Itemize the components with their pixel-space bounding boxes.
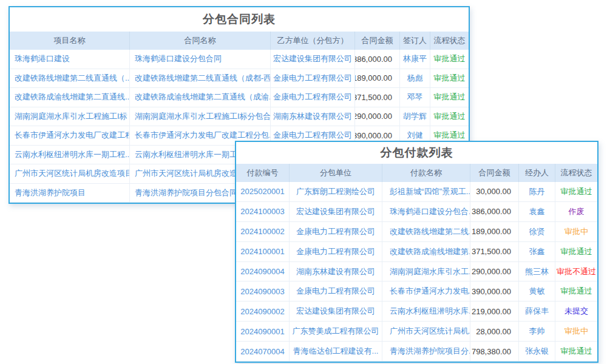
payment-no-cell[interactable]: 2024070004 — [236, 342, 290, 361]
contract-name-cell[interactable]: 改建铁路线增建第二线直通线（成都-西... — [130, 69, 271, 88]
handler-cell[interactable]: 李帅 — [519, 322, 555, 341]
header-subcontract-unit-cell: 分包单位 — [290, 164, 382, 182]
project-name-cell[interactable]: 云南水利枢纽潜明水库一期工程... — [10, 146, 130, 164]
header-payment-name-cell: 付款名称 — [382, 164, 470, 182]
payment-no-cell[interactable]: 2024100003 — [236, 202, 290, 221]
project-name-cell[interactable]: 改建铁路线增建第二线直通线（... — [10, 69, 130, 88]
process-status-cell: 审批通过 — [555, 182, 597, 201]
handler-cell[interactable]: 黄敏 — [519, 281, 555, 301]
contract-name-cell[interactable]: 改建铁路成渝线增建第二直通线（成渝... — [130, 88, 271, 107]
project-name-cell[interactable]: 广州市天河区统计局机房改造项目 — [10, 164, 130, 183]
payment-row[interactable]: 2024090003金康电力工程有限公司长春市伊通河水力发电...390,000… — [236, 281, 597, 302]
process-status-cell: 审批不通过 — [555, 262, 597, 281]
payment-row[interactable]: 2024100002金康电力工程有限公司改建铁路线增建第二线...189,000… — [236, 222, 597, 242]
contract-name-cell[interactable]: 湖南洞庭湖水库引水工程施工I标分包合同 — [130, 107, 271, 126]
header-contract-amount-cell: 合同金额 — [470, 164, 519, 182]
contract-row[interactable]: 珠海鹤港口建设珠海鹤港口建设分包合同宏达建设集团有限公司386,000.00林康… — [10, 50, 469, 69]
contract-amount-cell: 371,500.00 — [470, 242, 519, 261]
payment-row[interactable]: 2024100003宏达建设集团有限公司珠海鹤港口建设分包合...386,000… — [236, 202, 597, 222]
payment-row[interactable]: 2024100001金康电力工程有限公司改建铁路成渝线增建第...371,500… — [236, 242, 597, 262]
subcontract-unit-cell[interactable]: 金康电力工程有限公司 — [290, 222, 382, 241]
payment-row[interactable]: 2024090004湖南东林建设有限公司湖南洞庭湖水库引水工...290,000… — [236, 262, 597, 282]
signer-cell[interactable]: 林康平 — [400, 50, 430, 69]
subcontract-unit-cell[interactable]: 金康电力工程有限公司 — [290, 281, 382, 301]
payment-table-header: 付款编号分包单位付款名称合同金额经办人流程状态 — [236, 164, 597, 182]
payment-name-cell[interactable]: 彭祖新城“四馆”景观工... — [382, 182, 470, 201]
handler-cell[interactable]: 张永银 — [519, 342, 555, 361]
project-name-cell[interactable]: 珠海鹤港口建设 — [10, 50, 130, 69]
process-status-cell: 审批中 — [555, 322, 597, 341]
payment-name-cell[interactable]: 改建铁路成渝线增建第... — [382, 242, 470, 261]
party-b-cell[interactable]: 金康电力工程有限公司 — [271, 88, 355, 107]
header-payment-no-cell: 付款编号 — [236, 164, 290, 182]
payment-name-cell[interactable]: 长春市伊通河水力发电... — [382, 281, 470, 301]
contract-row[interactable]: 改建铁路成渝线增建第二直通线...改建铁路成渝线增建第二直通线（成渝...金康电… — [10, 88, 469, 107]
header-process-status-cell: 流程状态 — [430, 32, 469, 50]
subcontract-unit-cell[interactable]: 青海临达创工程建设有... — [290, 342, 382, 361]
handler-cell[interactable]: 陈丹 — [519, 182, 555, 201]
payment-name-cell[interactable]: 云南水利枢纽潜明水库... — [382, 302, 470, 321]
payment-name-cell[interactable]: 广州市天河区统计局机... — [382, 322, 470, 341]
subcontract-payment-table: 分包付款列表 付款编号分包单位付款名称合同金额经办人流程状态 202502000… — [235, 141, 599, 363]
payment-name-cell[interactable]: 青海洪湖养护院项目分... — [382, 342, 470, 361]
header-contract-amount-cell: 合同金额 — [355, 32, 400, 50]
process-status-cell: 未提交 — [555, 302, 597, 321]
header-process-status-cell: 流程状态 — [555, 164, 597, 182]
party-b-cell[interactable]: 金康电力工程有限公司 — [271, 69, 355, 88]
header-handler-cell: 经办人 — [519, 164, 555, 182]
subcontract-unit-cell[interactable]: 金康电力工程有限公司 — [290, 242, 382, 261]
process-status-cell: 审批通过 — [430, 50, 469, 69]
handler-cell[interactable]: 张鑫 — [519, 242, 555, 261]
payment-no-cell[interactable]: 2024090004 — [236, 262, 290, 281]
subcontract-unit-cell[interactable]: 湖南东林建设有限公司 — [290, 262, 382, 281]
payment-name-cell[interactable]: 珠海鹤港口建设分包合... — [382, 202, 470, 221]
contract-amount-cell: 386,000.00 — [470, 202, 519, 221]
payment-no-cell[interactable]: 2024100002 — [236, 222, 290, 241]
payment-table-title: 分包付款列表 — [236, 142, 597, 164]
handler-cell[interactable]: 熊三林 — [519, 262, 555, 281]
payment-row[interactable]: 2024090002宏达建设集团有限公司云南水利枢纽潜明水库...219,000… — [236, 302, 597, 322]
process-status-cell: 审批通过 — [555, 281, 597, 301]
subcontract-unit-cell[interactable]: 广东赞美成工程有限公司 — [290, 322, 382, 341]
payment-no-cell[interactable]: 2025020001 — [236, 182, 290, 201]
contract-amount-cell: 290,000.00 — [355, 107, 400, 126]
project-name-cell[interactable]: 青海洪湖养护院项目 — [10, 184, 130, 203]
payment-row[interactable]: 2024070004青海临达创工程建设有...青海洪湖养护院项目分...798,… — [236, 342, 597, 362]
subcontract-unit-cell[interactable]: 广东辉朗工程测绘公司 — [290, 182, 382, 201]
subcontract-unit-cell[interactable]: 宏达建设集团有限公司 — [290, 202, 382, 221]
payment-name-cell[interactable]: 改建铁路线增建第二线... — [382, 222, 470, 241]
payment-name-cell[interactable]: 湖南洞庭湖水库引水工... — [382, 262, 470, 281]
party-b-cell[interactable]: 宏达建设集团有限公司 — [271, 50, 355, 69]
payment-row[interactable]: 2024090001广东赞美成工程有限公司广州市天河区统计局机...28,000… — [236, 322, 597, 342]
handler-cell[interactable]: 徐贤 — [519, 222, 555, 241]
signer-cell[interactable]: 胡学辉 — [400, 107, 430, 126]
payment-row[interactable]: 2025020001广东辉朗工程测绘公司彭祖新城“四馆”景观工...30,000… — [236, 182, 597, 202]
party-b-cell[interactable]: 湖南东林建设有限公司 — [271, 107, 355, 126]
payment-no-cell[interactable]: 2024100001 — [236, 242, 290, 261]
project-name-cell[interactable]: 改建铁路成渝线增建第二直通线... — [10, 88, 130, 107]
contract-amount-cell: 371,500.00 — [355, 88, 400, 107]
process-status-cell: 审批通过 — [555, 242, 597, 261]
project-name-cell[interactable]: 湖南洞庭湖水库引水工程施工I标 — [10, 107, 130, 126]
contract-amount-cell: 219,000.00 — [470, 302, 519, 321]
contract-row[interactable]: 改建铁路线增建第二线直通线（...改建铁路线增建第二线直通线（成都-西...金康… — [10, 69, 469, 89]
header-party-b-cell: 乙方单位（分包方） — [271, 32, 355, 50]
contract-amount-cell: 390,000.00 — [470, 281, 519, 301]
payment-no-cell[interactable]: 2024090001 — [236, 322, 290, 341]
contract-row[interactable]: 湖南洞庭湖水库引水工程施工I标湖南洞庭湖水库引水工程施工I标分包合同湖南东林建设… — [10, 107, 469, 127]
payment-no-cell[interactable]: 2024090003 — [236, 281, 290, 301]
contract-name-cell[interactable]: 珠海鹤港口建设分包合同 — [130, 50, 271, 69]
contract-amount-cell: 798,380.00 — [470, 342, 519, 361]
handler-cell[interactable]: 袁鑫 — [519, 202, 555, 221]
payment-no-cell[interactable]: 2024090002 — [236, 302, 290, 321]
process-status-cell: 审批通过 — [430, 107, 469, 126]
project-name-cell[interactable]: 长春市伊通河水力发电厂改建工程 — [10, 126, 130, 145]
contract-amount-cell: 189,000.00 — [355, 69, 400, 88]
process-status-cell: 审批通过 — [555, 342, 597, 361]
signer-cell[interactable]: 邓琴 — [400, 88, 430, 107]
contract-amount-cell: 189,000.00 — [470, 222, 519, 241]
handler-cell[interactable]: 薛保丰 — [519, 302, 555, 321]
contract-amount-cell: 290,000.00 — [470, 262, 519, 281]
subcontract-unit-cell[interactable]: 宏达建设集团有限公司 — [290, 302, 382, 321]
signer-cell[interactable]: 杨彪 — [400, 69, 430, 88]
